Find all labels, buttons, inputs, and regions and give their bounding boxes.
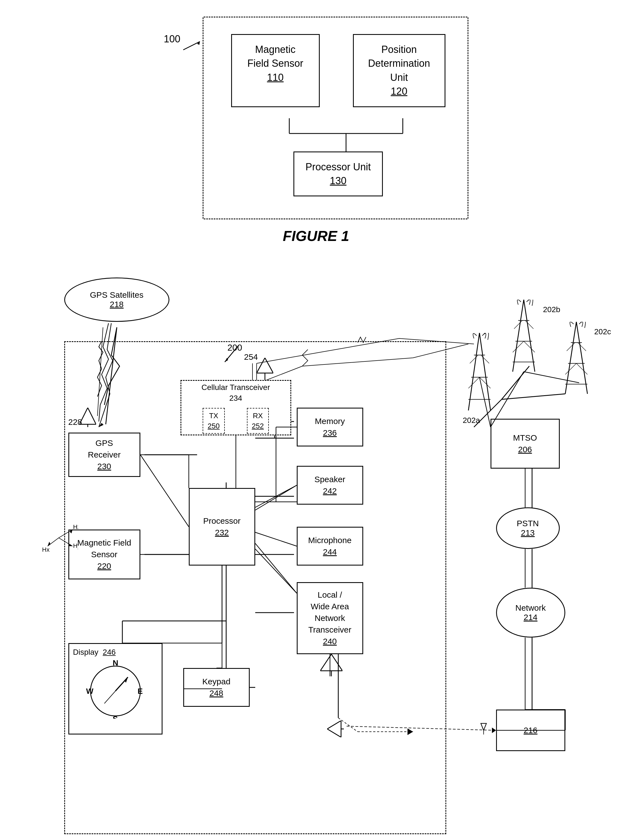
svg-line-70 bbox=[470, 355, 478, 363]
svg-line-72 bbox=[468, 377, 479, 388]
svg-line-83 bbox=[565, 322, 576, 394]
svg-text:Hx: Hx bbox=[42, 546, 50, 553]
svg-marker-45 bbox=[47, 542, 50, 546]
svg-line-82 bbox=[524, 341, 535, 352]
mtso-box: MTSO 206 bbox=[490, 419, 560, 469]
svg-line-81 bbox=[513, 341, 524, 352]
label-202b: 202b bbox=[543, 305, 560, 314]
label-202a: 202a bbox=[463, 416, 480, 425]
svg-line-90 bbox=[565, 363, 576, 374]
svg-line-75 bbox=[524, 300, 535, 372]
tower-202b bbox=[507, 300, 541, 377]
svg-line-0 bbox=[183, 41, 200, 50]
network-oval: Network 214 bbox=[496, 588, 565, 638]
svg-line-66 bbox=[479, 333, 490, 411]
box-pdu-120: Position Determination Unit 120 bbox=[353, 34, 445, 107]
fig2-area: GPS Satellites 218 228 GPS Receiver 230 … bbox=[25, 261, 607, 840]
fig1-dashed-outer: Magnetic Field Sensor 110 Position Deter… bbox=[203, 17, 468, 219]
label-100: 100 bbox=[164, 33, 181, 45]
svg-line-88 bbox=[567, 343, 575, 351]
fig1-bottom-box: Processor Unit 130 bbox=[231, 152, 445, 197]
svg-line-73 bbox=[479, 377, 490, 388]
svg-line-71 bbox=[481, 355, 489, 363]
label-202c: 202c bbox=[594, 327, 611, 336]
box-216: 216 bbox=[496, 709, 565, 751]
tower-202a bbox=[463, 333, 496, 416]
fig1-top-row: Magnetic Field Sensor 110 Position Deter… bbox=[231, 34, 445, 107]
arrow-100 bbox=[181, 39, 203, 53]
figure1-title: FIGURE 1 bbox=[22, 227, 610, 244]
svg-line-65 bbox=[468, 333, 479, 411]
figure1-container: 100 Magnetic Field Sensor 110 Position D… bbox=[164, 17, 468, 219]
svg-line-30 bbox=[501, 394, 565, 399]
svg-marker-114 bbox=[492, 728, 496, 733]
box-pu-130: Processor Unit 130 bbox=[293, 152, 383, 197]
gps-satellites-oval: GPS Satellites 218 bbox=[64, 278, 169, 322]
svg-line-74 bbox=[513, 300, 524, 372]
svg-line-79 bbox=[514, 321, 522, 329]
svg-marker-115 bbox=[481, 723, 486, 730]
svg-line-80 bbox=[525, 321, 533, 329]
pstn-oval: PSTN 213 bbox=[496, 507, 560, 549]
svg-line-91 bbox=[576, 363, 588, 374]
page-container: 100 Magnetic Field Sensor 110 Position D… bbox=[0, 0, 632, 840]
tower-202c bbox=[560, 322, 593, 399]
svg-line-84 bbox=[576, 322, 588, 394]
box-mfs-110: Magnetic Field Sensor 110 bbox=[231, 34, 320, 107]
svg-line-89 bbox=[578, 343, 586, 351]
figure2-wrapper: GPS Satellites 218 228 GPS Receiver 230 … bbox=[25, 261, 607, 840]
fig1-connectors-svg bbox=[231, 118, 445, 152]
fig2-device-dashed-box bbox=[64, 341, 446, 834]
